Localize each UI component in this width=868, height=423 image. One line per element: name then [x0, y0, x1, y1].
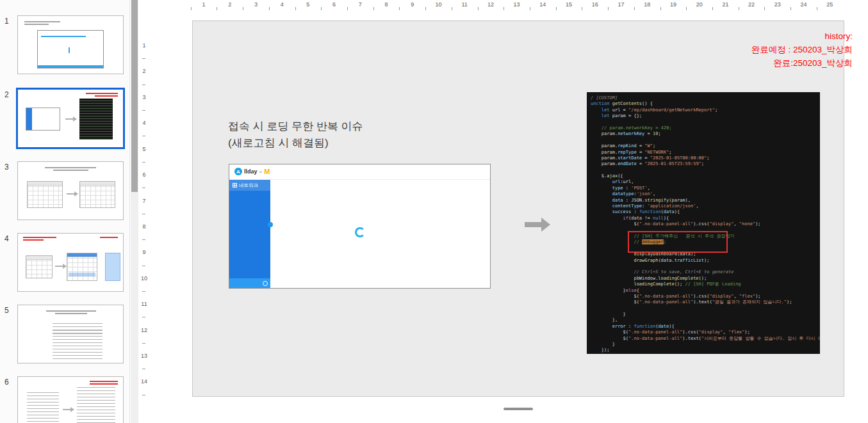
ruler-tick — [142, 214, 145, 214]
slide-thumbnail-6[interactable] — [17, 376, 124, 423]
thumb-preview-shape — [53, 323, 102, 359]
ruler-tick — [142, 188, 145, 188]
ruler-tick — [817, 7, 817, 10]
thumb-preview-shape — [27, 392, 59, 423]
ruler-tick — [739, 7, 739, 10]
code-line: datatype:'json', — [591, 191, 820, 197]
ruler-tick — [347, 7, 348, 10]
ruler-tick — [142, 369, 145, 369]
code-line: } — [591, 312, 820, 317]
code-line: $(".no-data-panel-all").css("display", "… — [591, 330, 820, 335]
ruler-tick — [504, 7, 504, 10]
ruler-tick — [634, 7, 635, 10]
slide-thumbnail-2[interactable] — [17, 89, 124, 148]
ruler-number: 13 — [140, 353, 149, 359]
code-line: param.networkKey = 10; — [591, 131, 820, 137]
ruler-number: 6 — [329, 1, 340, 8]
ruler-tick — [608, 7, 609, 10]
thumb-preview-shape — [90, 383, 118, 385]
slide-number-6: 6 — [4, 378, 9, 387]
code-line: param.repType = "NETWORK"; — [591, 150, 820, 156]
thumb-arrow-shape — [55, 266, 63, 267]
code-line: data : JSON.stringify(param), — [591, 198, 820, 204]
thumb-preview-shape — [45, 167, 96, 168]
brand-m-logo: M — [264, 168, 270, 175]
slide-thumbnail-4[interactable] — [17, 233, 124, 292]
ruler-tick — [399, 7, 400, 10]
brand-circle-icon: A — [234, 168, 242, 175]
slide-thumbnail-3[interactable] — [17, 161, 124, 220]
title-line: 접속 시 로딩 무한 반복 이슈 — [228, 118, 363, 135]
thumb-preview-shape — [95, 95, 118, 97]
annotation-red-box — [628, 231, 728, 253]
thumb-preview-shape — [105, 253, 120, 281]
history-textbox[interactable]: history: 완료예정 : 250203_박상희 완료:250203_박상희 — [751, 30, 853, 70]
ruler-tick — [660, 7, 661, 10]
ruler-number: 3 — [250, 1, 261, 8]
arrow-shape[interactable] — [525, 222, 541, 227]
code-line: }else{ — [591, 288, 820, 294]
thumb-preview-shape — [53, 170, 88, 171]
code-line: let url = "/ep/dashboard/getNetworkRepor… — [591, 108, 820, 113]
issue-title-textbox[interactable]: 접속 시 로딩 무한 반복 이슈 (새로고침 시 해결됨) — [228, 118, 363, 151]
thumb-calendar-shape — [79, 181, 115, 208]
thumb-preview-shape — [55, 313, 87, 314]
code-line: pbWindow.loadingComplete(); — [591, 276, 820, 282]
app-screenshot-image[interactable]: A llday × M 네트워크 — [229, 164, 491, 289]
history-line: history: — [751, 30, 853, 44]
history-line: 완료예정 : 250203_박상희 — [751, 44, 853, 57]
code-line: success : function(data){ — [591, 209, 820, 215]
code-line — [591, 306, 820, 312]
ruler-tick — [142, 162, 145, 163]
ruler-tick — [142, 239, 145, 240]
slide-number-1: 1 — [4, 17, 9, 26]
ruler-number: 3 — [140, 94, 149, 100]
panel-scrollbar[interactable] — [131, 0, 138, 423]
thumb-preview-shape — [37, 30, 104, 68]
ruler-number: 25 — [824, 1, 835, 8]
presentation-app-window: 1 2 3 4 — [0, 0, 868, 423]
slide-canvas[interactable]: history: 완료예정 : 250203_박상희 완료:250203_박상희… — [192, 20, 844, 397]
ruler-tick — [321, 7, 322, 10]
bottom-resize-handle[interactable] — [504, 408, 533, 410]
code-line: param.startDate = "2025-01-05T00:00:00"; — [591, 156, 820, 161]
slide-thumbnail-5[interactable] — [17, 305, 124, 363]
ruler-number: 8 — [140, 223, 149, 230]
ruler-number: 20 — [694, 1, 705, 8]
grid-icon — [233, 183, 237, 188]
thumb-calendar-shape — [26, 255, 53, 278]
code-line: $(".no-data-panel-all").css("display", "… — [591, 294, 820, 299]
ruler-number: 16 — [589, 1, 601, 8]
slide-number-3: 3 — [4, 163, 9, 172]
ruler-number: 6 — [140, 172, 149, 178]
code-line: $(".no-data-panel-all").css("display", "… — [591, 221, 820, 227]
ruler-tick — [142, 317, 145, 317]
scrollbar-thumb[interactable] — [131, 0, 138, 192]
sidebar-item-network: 네트워크 — [229, 180, 270, 191]
code-screenshot-image[interactable]: / [CUSTOM]unction getContents() { let ur… — [587, 92, 820, 354]
ruler-number: 9 — [140, 249, 149, 255]
ruler-tick — [373, 7, 374, 10]
code-line: $(".no-data-panel-all").text("서버로부터 응답을 … — [591, 336, 820, 342]
slide-thumbnail-1[interactable] — [17, 15, 124, 74]
code-line: unction getContents() { — [591, 101, 820, 107]
slide-number-4: 4 — [4, 234, 9, 243]
ruler-tick — [686, 7, 687, 10]
ruler-tick — [217, 7, 217, 10]
ruler-number: 2 — [224, 1, 236, 8]
ruler-tick — [452, 7, 452, 10]
thumb-preview-shape — [77, 387, 115, 423]
ruler-tick — [790, 7, 791, 10]
ruler-tick — [295, 7, 296, 10]
thumb-preview-shape — [23, 237, 56, 238]
sidebar-toggle-dot — [268, 222, 273, 227]
code-line: / [CUSTOM] — [591, 95, 820, 101]
ruler-number: 4 — [140, 120, 149, 126]
code-line: }, — [591, 317, 820, 323]
ruler-number: 23 — [772, 1, 783, 8]
code-line: loadingComplete(); // [SH] PDF용 Loading — [591, 282, 820, 287]
vertical-ruler: 1234567891011121314 — [138, 0, 150, 423]
ruler-number: 21 — [719, 1, 731, 8]
ruler-number: 8 — [381, 1, 392, 8]
thumb-preview-shape — [24, 24, 49, 25]
